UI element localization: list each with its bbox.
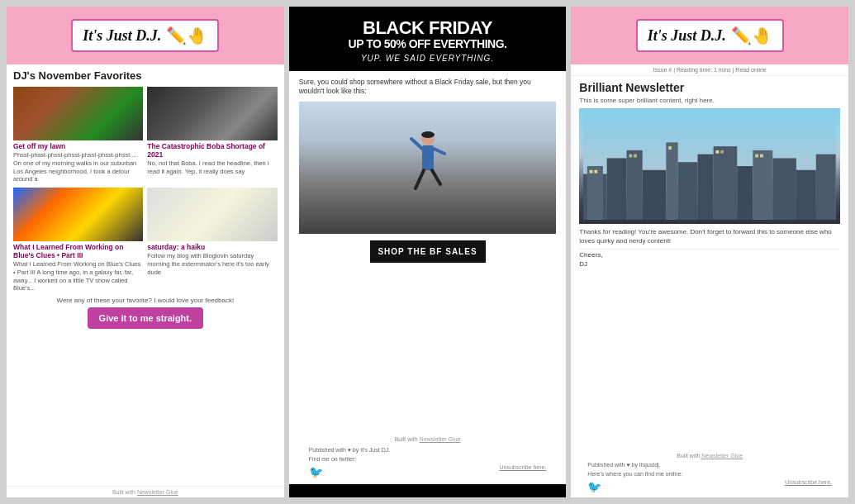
panel2-pub-info: Published with ♥ by It's Just DJ. Find m… (299, 443, 557, 484)
panel1-img4 (147, 188, 277, 241)
panel1-logo-box: It's Just D.J. ✏️🤚 (71, 19, 219, 52)
panel1-item1: Get off my lawn Phsst-phsst-phsst-phsst-… (13, 87, 143, 183)
panel1-text1: Phsst-phsst-phsst-phsst-phsst-phsst-phss… (13, 151, 143, 183)
panel2-headline-line1: BLACK FRIDAY (297, 18, 558, 38)
panel1-cta-button[interactable]: Give it to me straight. (88, 307, 203, 329)
svg-rect-13 (667, 142, 678, 220)
panel3-logo-box: It's Just D.J. ✏️🤚 (636, 19, 784, 52)
panel2-content: Sure, you could shop somewhere without a… (289, 71, 567, 434)
panel1-header: It's Just D.J. ✏️🤚 (7, 7, 284, 64)
panel3-cheers: Cheers, (579, 251, 840, 259)
panel3-footer-link[interactable]: Newsletter Glue (701, 453, 743, 459)
panel1-text4: Follow my blog with Bloglovin saturday m… (147, 252, 277, 276)
panel3-twitter-icon: 🐦 (587, 480, 601, 493)
panel2-footer-link[interactable]: Newsletter Glue (420, 436, 461, 442)
svg-line-4 (416, 170, 424, 188)
panel3-intro: This is some super brilliant content, ri… (579, 97, 840, 104)
panel1-img1 (13, 87, 143, 140)
svg-rect-14 (678, 162, 698, 220)
twitter-icon: 🐦 (309, 465, 323, 478)
panel-2-black-friday: BLACK FRIDAY UP TO 50% OFF EVERYTHING. Y… (289, 7, 567, 497)
city-skyline-svg (583, 112, 836, 220)
panel2-pub-line1: Published with ♥ by It's Just DJ. (309, 446, 547, 455)
svg-rect-9 (587, 166, 603, 220)
panel2-jump-image (299, 102, 557, 234)
panel1-link4[interactable]: saturday: a haiku (147, 243, 277, 251)
svg-rect-19 (773, 158, 797, 220)
panel1-text2: No, not that Boba. I read the headline, … (147, 159, 277, 176)
panel1-grid: Get off my lawn Phsst-phsst-phsst-phsst-… (13, 87, 278, 292)
panel3-pub-line2: Here's where you can find me online: (587, 470, 832, 479)
svg-rect-23 (595, 170, 598, 174)
panel2-footer-built: Built with Newsletter Glue (299, 436, 557, 442)
panel3-header: It's Just D.J. ✏️🤚 (571, 7, 848, 64)
panel1-logo-text: It's Just D.J. (83, 27, 161, 45)
svg-rect-11 (627, 150, 643, 220)
svg-rect-18 (753, 150, 773, 220)
panel1-title: DJ's November Favorites (13, 69, 278, 82)
panel2-pub-line2: Find me on twitter: (309, 455, 547, 464)
svg-rect-16 (714, 146, 738, 220)
panel1-link1[interactable]: Get off my lawn (13, 142, 143, 150)
svg-point-6 (421, 131, 435, 138)
panel2-header: BLACK FRIDAY UP TO 50% OFF EVERYTHING. Y… (289, 7, 567, 71)
panel1-img3 (13, 188, 143, 241)
panel3-title: Brilliant Newsletter (579, 81, 840, 94)
panel1-img2 (147, 87, 277, 140)
panel3-pub-info: Published with ♥ by Itsjustdj. Here's wh… (579, 459, 840, 497)
panel1-text3: What I Learned From Working on Blue's Cl… (13, 260, 143, 292)
panel3-body: Thanks for reading! You're awesome. Don'… (579, 227, 840, 245)
pencil-icon: ✏️🤚 (166, 26, 207, 45)
svg-rect-12 (643, 170, 667, 220)
panel3-pub-line1: Published with ♥ by Itsjustdj. (587, 461, 832, 470)
panel2-footer-area: Built with Newsletter Glue Published wit… (289, 434, 567, 484)
svg-line-2 (411, 139, 422, 149)
svg-rect-17 (738, 166, 753, 220)
svg-rect-1 (422, 145, 434, 170)
panel3-logo-text: It's Just D.J. (648, 27, 726, 45)
svg-rect-25 (634, 155, 637, 158)
panel1-item2: The Catastrophic Boba Shortage of 2021 N… (147, 87, 277, 183)
panel3-pencil-icon: ✏️🤚 (731, 26, 772, 45)
svg-rect-22 (590, 170, 593, 174)
svg-line-5 (432, 170, 440, 184)
svg-rect-24 (629, 155, 633, 158)
panel1-content: DJ's November Favorites Get off my lawn … (7, 64, 284, 486)
panel3-meta: Issue # | Reading time: 1 mins | Read on… (571, 64, 848, 76)
jumping-figure-svg (407, 131, 449, 205)
panel2-subheadline: YUP. WE SAID EVERYTHING. (297, 54, 558, 63)
panel2-cta-button[interactable]: SHOP THE BF SALES (370, 240, 486, 263)
panel-3-brilliant: It's Just D.J. ✏️🤚 Issue # | Reading tim… (571, 7, 848, 497)
svg-rect-21 (816, 155, 836, 220)
panel1-footer-link[interactable]: Newsletter Glue (137, 489, 178, 495)
panel3-footer-area: Built with Newsletter Glue Published wit… (571, 450, 848, 497)
panel3-content: Brilliant Newsletter This is some super … (571, 76, 848, 450)
panel1-footer: Built with Newsletter Glue (7, 486, 284, 497)
svg-rect-15 (698, 155, 714, 220)
panel1-link2[interactable]: The Catastrophic Boba Shortage of 2021 (147, 142, 277, 159)
panel3-unsub-link[interactable]: Unsubscribe here. (785, 479, 832, 485)
svg-rect-10 (607, 158, 627, 220)
panel1-item4: saturday: a haiku Follow my blog with Bl… (147, 188, 277, 292)
panel-1-dj-favorites: It's Just D.J. ✏️🤚 DJ's November Favorit… (7, 7, 284, 497)
svg-rect-20 (796, 170, 816, 220)
panel1-link3[interactable]: What I Learned From Working on Blue's Cl… (13, 243, 143, 259)
svg-rect-27 (716, 150, 720, 154)
svg-rect-28 (721, 150, 724, 154)
panel2-unsub-link[interactable]: Unsubscribe here. (500, 464, 547, 470)
svg-rect-29 (756, 155, 759, 158)
panel3-city-image (579, 108, 840, 224)
panel2-headline-line2: UP TO 50% OFF EVERYTHING. (297, 38, 558, 50)
panel3-sign: DJ (579, 260, 840, 268)
panel1-feedback: Were any of these your favorite? I would… (13, 297, 278, 304)
svg-line-3 (434, 149, 444, 154)
svg-rect-30 (760, 155, 763, 158)
panel2-intro: Sure, you could shop somewhere without a… (299, 78, 557, 97)
panel3-footer-built: Built with Newsletter Glue (579, 453, 840, 459)
panel1-item3: What I Learned From Working on Blue's Cl… (13, 188, 143, 292)
panel2-black-footer (289, 484, 567, 497)
svg-rect-26 (669, 146, 672, 150)
